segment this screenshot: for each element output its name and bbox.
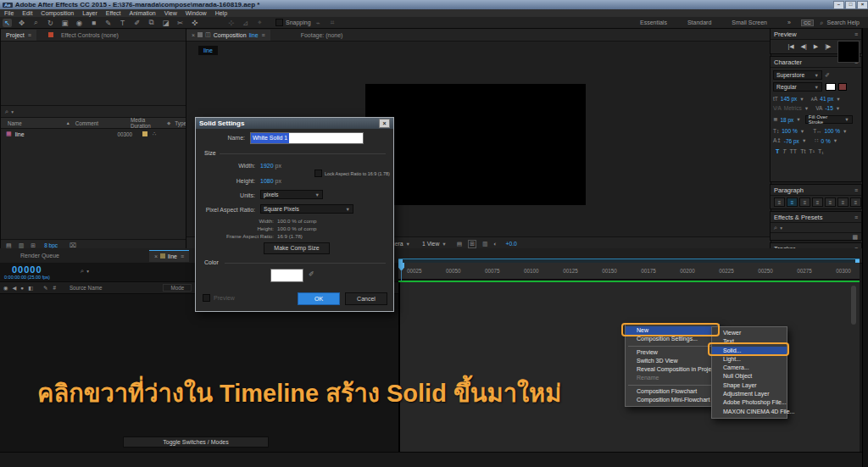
stroke-width-value[interactable]: 18 px bbox=[780, 117, 793, 123]
snapping-checkbox[interactable] bbox=[275, 19, 283, 26]
col-name[interactable]: Name bbox=[8, 120, 22, 126]
character-eyedropper-icon[interactable]: ✐ bbox=[825, 72, 830, 79]
current-timecode[interactable]: 00000 bbox=[12, 264, 42, 275]
submenu-null-object[interactable]: Null Object bbox=[712, 372, 787, 381]
units-select[interactable]: pixels ▼ bbox=[260, 190, 323, 199]
tab-composition[interactable]: × ◫ Composition line ≡ bbox=[186, 30, 270, 41]
exposure-value[interactable]: +0.0 bbox=[505, 241, 516, 247]
hand-tool-icon[interactable]: ✥ bbox=[17, 19, 26, 27]
selection-tool-icon[interactable]: ↖ bbox=[3, 19, 12, 27]
cancel-button[interactable]: Cancel bbox=[345, 292, 387, 305]
menu-composition[interactable]: Composition bbox=[41, 10, 74, 16]
timeline-tab-close-icon[interactable]: × bbox=[154, 253, 158, 259]
tab-close-icon[interactable]: × bbox=[192, 32, 195, 38]
leading-value[interactable]: 41 px bbox=[820, 96, 833, 102]
dialog-title-bar[interactable]: Solid Settings × bbox=[196, 118, 393, 129]
grid-guides-icon[interactable]: ▤ bbox=[457, 241, 462, 247]
dialog-close-icon[interactable]: × bbox=[379, 119, 390, 128]
view-layout-select[interactable]: 1 View bbox=[422, 241, 439, 247]
time-ruler[interactable]: 00025 00050 00075 00100 00125 00150 0017… bbox=[398, 263, 860, 280]
par-select[interactable]: Square Pixels ▼ bbox=[260, 204, 353, 214]
snap-options-icon[interactable]: ⌁ bbox=[314, 19, 323, 27]
font-family-select[interactable]: Superstore ▼ bbox=[773, 70, 822, 80]
snapshot-icon[interactable]: ▥ bbox=[482, 241, 487, 247]
color-swatch[interactable] bbox=[270, 269, 303, 282]
lock-aspect-row[interactable]: Lock Aspect Ratio to 16:9 (1.78) bbox=[314, 170, 390, 177]
next-frame-button[interactable]: |▶ bbox=[825, 43, 831, 50]
col-source-name[interactable]: Source Name bbox=[70, 285, 103, 291]
menu-effect[interactable]: Effect bbox=[106, 10, 121, 16]
context-menu-composition-flowchart[interactable]: Composition Flowchart bbox=[626, 387, 719, 396]
ok-button[interactable]: OK bbox=[298, 292, 340, 305]
world-axis-icon[interactable]: ⊿ bbox=[241, 19, 250, 27]
menu-animation[interactable]: Animation bbox=[130, 10, 156, 16]
workspace-standard[interactable]: Standard bbox=[687, 19, 711, 25]
justify-last-left-button[interactable]: ≡ bbox=[812, 197, 823, 207]
workspace-small-screen[interactable]: Small Screen bbox=[732, 19, 767, 25]
baseline-shift-value[interactable]: -76 px bbox=[784, 138, 799, 144]
submenu-adjustment-layer[interactable]: Adjustment Layer bbox=[712, 390, 787, 398]
eyedropper-icon[interactable]: ✐ bbox=[309, 270, 314, 278]
make-comp-size-button[interactable]: Make Comp Size bbox=[264, 242, 330, 254]
align-right-button[interactable]: ≡ bbox=[799, 197, 810, 207]
solo-icon[interactable]: ● bbox=[20, 285, 24, 291]
roto-brush-tool-icon[interactable]: ✂ bbox=[175, 19, 185, 27]
project-row-line[interactable]: ▦ line 00300 ∴ bbox=[1, 129, 186, 139]
puppet-pin-tool-icon[interactable]: ✜ bbox=[190, 19, 199, 27]
small-caps-button[interactable]: Tt bbox=[800, 148, 805, 154]
col-comment[interactable]: Comment bbox=[75, 120, 98, 126]
brush-tool-icon[interactable]: ✐ bbox=[132, 19, 142, 27]
submenu-photoshop-file[interactable]: Adobe Photoshop File... bbox=[712, 398, 787, 407]
fill-stroke-swatch[interactable] bbox=[837, 41, 860, 63]
tab-project[interactable]: Project ≡ bbox=[1, 30, 36, 41]
prev-frame-button[interactable]: ◀| bbox=[801, 43, 807, 50]
menu-window[interactable]: Window bbox=[186, 10, 207, 16]
toggle-switches-button[interactable]: Toggle Switches / Modes bbox=[123, 436, 269, 448]
faux-bold-button[interactable]: T bbox=[776, 148, 779, 154]
context-menu-switch-3d-view[interactable]: Switch 3D View ▶ bbox=[626, 357, 719, 365]
submenu-light[interactable]: Light... bbox=[712, 355, 787, 364]
kerning-value[interactable]: Metrics bbox=[784, 105, 802, 111]
context-menu-composition-mini-flowchart[interactable]: Composition Mini-Flowchart bbox=[626, 396, 719, 404]
col-media-duration[interactable]: Media Duration bbox=[131, 117, 160, 129]
workspace-overflow-icon[interactable]: » bbox=[787, 19, 791, 25]
col-mode[interactable]: Mode bbox=[163, 284, 192, 292]
context-menu-reveal-composition[interactable]: Reveal Composition in Project bbox=[626, 365, 719, 374]
channel-icon[interactable]: ◐ bbox=[493, 241, 497, 247]
zoom-tool-icon[interactable]: ⌕ bbox=[31, 18, 41, 27]
justify-all-button[interactable]: ≡ bbox=[850, 197, 861, 207]
tracking-value[interactable]: -15 bbox=[825, 105, 832, 111]
name-field[interactable]: White Solid 1 bbox=[250, 132, 364, 144]
font-size-value[interactable]: 145 px bbox=[781, 96, 798, 102]
camera-tool-icon[interactable]: ▣ bbox=[60, 19, 70, 27]
search-help-input[interactable]: Search Help bbox=[826, 19, 860, 25]
effects-browse-icon[interactable]: ▩ bbox=[852, 234, 858, 241]
docked-panel-strip[interactable] bbox=[862, 28, 868, 467]
col-type[interactable]: Type bbox=[175, 120, 186, 126]
footage-item-name[interactable]: line bbox=[15, 131, 25, 137]
pan-behind-tool-icon[interactable]: ◉ bbox=[75, 19, 84, 27]
project-panel-menu-icon[interactable]: ≡ bbox=[28, 32, 31, 38]
submenu-camera[interactable]: Camera... bbox=[712, 364, 787, 372]
mask-visibility-icon[interactable]: ⌗ bbox=[328, 18, 337, 27]
label-color-swatch[interactable] bbox=[142, 131, 147, 136]
preview-checkbox-row[interactable]: Preview bbox=[203, 294, 235, 302]
local-axis-icon[interactable]: ⊹ bbox=[226, 19, 236, 27]
first-frame-button[interactable]: |◀ bbox=[787, 43, 793, 50]
submenu-viewer[interactable]: Viewer bbox=[712, 329, 787, 337]
submenu-cinema4d-file[interactable]: MAXON CINEMA 4D File... bbox=[712, 408, 787, 416]
comp-panel-menu-icon[interactable]: ≡ bbox=[262, 32, 265, 38]
tab-render-queue[interactable]: Render Queue bbox=[15, 250, 64, 261]
sync-settings-badge[interactable]: CC bbox=[801, 19, 814, 26]
tab-effect-controls[interactable]: Effect Controls (none) bbox=[56, 30, 124, 41]
all-caps-button[interactable]: TT bbox=[790, 148, 798, 154]
menu-file[interactable]: File bbox=[4, 10, 14, 16]
height-value[interactable]: 1080 bbox=[260, 178, 274, 184]
minimize-button[interactable]: – bbox=[833, 1, 844, 9]
bit-depth-button[interactable]: 8 bpc bbox=[44, 242, 58, 248]
tab-timeline-line[interactable]: × line ≡ bbox=[149, 250, 189, 262]
shape-tool-icon[interactable]: ■ bbox=[89, 19, 98, 27]
menu-view[interactable]: View bbox=[164, 10, 177, 16]
vertical-scale-value[interactable]: 100 % bbox=[782, 128, 797, 134]
region-of-interest-icon[interactable]: ⊞ bbox=[468, 240, 476, 248]
